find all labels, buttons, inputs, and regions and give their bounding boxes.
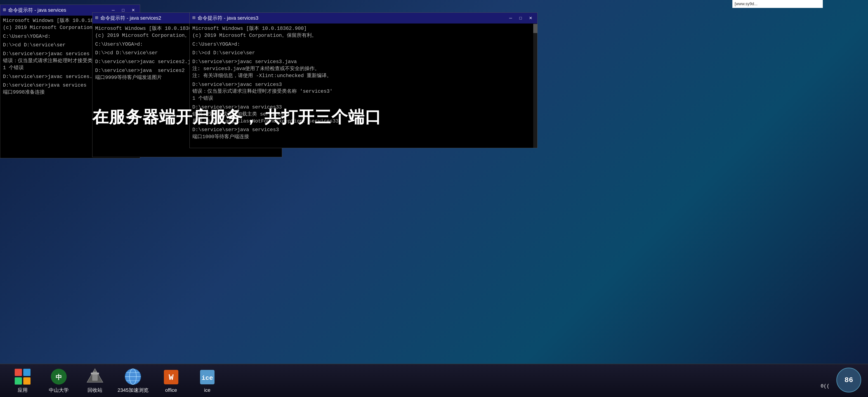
cmd-title-left-3: ⊞ 命令提示符 - java services3 [192, 15, 258, 22]
taskbar: 应用 中 中山大学 回收站 [0, 364, 868, 397]
cmd-line-3-9: 1 个错误 [192, 95, 535, 102]
taskbar-label-zhongshan: 中山大学 [49, 387, 69, 394]
cmd-line-3-5: 注: services3.java使用了未经检查或不安全的操作。 [192, 66, 535, 72]
cmd-icon-3: ⊞ [192, 15, 195, 22]
desktop: [www.sy9d... ⊞ 命令提示符 - java services ─ □… [0, 0, 868, 397]
taskbar-label-ice: ice [204, 387, 211, 393]
clock-time: 86 [844, 376, 853, 384]
taskbar-item-zhongshan[interactable]: 中 中山大学 [45, 368, 72, 394]
cmd-line-3-6: 注: 有关详细信息，请使用 -Xlint:unchecked 重新编译。 [192, 72, 535, 80]
cmd-line-3-7: D:\service\ser>javac services3 [192, 82, 535, 88]
cmd-title-left-1: ⊞ 命令提示符 - java services [3, 7, 66, 14]
taskbar-item-office[interactable]: W office [158, 368, 185, 393]
taskbar-label-office: office [165, 387, 177, 393]
maximize-button-3[interactable]: □ [517, 15, 525, 21]
svg-rect-1 [23, 369, 31, 376]
cmd-line-3-1: (c) 2019 Microsoft Corporation。保留所有利。 [192, 32, 535, 39]
taskbar-item-recycle[interactable]: 回收站 [81, 368, 108, 394]
svg-rect-2 [15, 377, 22, 385]
cmd-line-3-8: 错误：仅当显示式请求注释处理时才接受类名称 'services3' [192, 88, 535, 95]
scrollbar-thumb-3[interactable] [533, 24, 537, 33]
svg-rect-7 [92, 374, 98, 381]
browser-icon [124, 368, 142, 386]
app-icon [13, 368, 32, 386]
svg-text:中: 中 [56, 374, 62, 381]
taskbar-label-app: 应用 [18, 387, 28, 394]
ice-icon: ice [198, 368, 216, 386]
taskbar-indicator: 0(( [820, 384, 830, 389]
office-icon: W [162, 368, 180, 386]
taskbar-item-ice[interactable]: ice ice [194, 368, 221, 393]
taskbar-clock: 86 [836, 368, 861, 393]
zhongshan-icon: 中 [50, 368, 68, 386]
cmd-line-3-2: C:\Users\YOGA>d: [192, 41, 535, 48]
scrollbar-3[interactable] [533, 24, 537, 148]
svg-rect-9 [93, 372, 97, 373]
svg-text:ice: ice [202, 375, 213, 381]
cmd-title-text-3: 命令提示符 - java services3 [197, 15, 258, 22]
taskbar-label-recycle: 回收站 [88, 387, 102, 394]
cmd-title-buttons-3: ─ □ ✕ [506, 15, 535, 21]
taskbar-right-items: 0(( [820, 384, 830, 389]
overlay-annotation: 在服务器端开启服务， 共打开三个端口 [92, 106, 381, 128]
cmd-line-3-3: D:\>cd D:\service\ser [192, 50, 535, 57]
cmd-titlebar-3[interactable]: ⊞ 命令提示符 - java services3 ─ □ ✕ [190, 13, 537, 24]
minimize-button-3[interactable]: ─ [506, 15, 515, 21]
recycle-icon [86, 368, 104, 386]
cmd-title-text-2: 命令提示符 - java services2 [100, 15, 161, 22]
cmd-line-3-14: 端口1000等待客户端连接 [192, 133, 535, 141]
cmd-title-text-1: 命令提示符 - java services [8, 7, 66, 14]
cmd-line-3-0: Microsoft Windows [版本 10.0.18362.900] [192, 25, 535, 32]
svg-rect-0 [15, 369, 22, 376]
cmd-title-left-2: ⊞ 命令提示符 - java services2 [95, 15, 161, 22]
taskbar-label-2345: 2345加速浏览 [118, 387, 149, 394]
website-header: [www.sy9d... [733, 0, 823, 8]
cmd-icon-1: ⊞ [3, 7, 6, 14]
cmd-icon-2: ⊞ [95, 15, 98, 22]
svg-text:W: W [168, 373, 174, 382]
taskbar-item-app[interactable]: 应用 [9, 368, 36, 394]
close-button-3[interactable]: ✕ [526, 15, 535, 21]
taskbar-item-2345[interactable]: 2345加速浏览 [118, 368, 149, 394]
website-url: [www.sy9d... [735, 2, 757, 6]
cmd-line-3-4: D:\service\ser>javac services3.java [192, 59, 535, 66]
clock-display: 86 [836, 368, 861, 393]
svg-rect-3 [23, 377, 31, 385]
